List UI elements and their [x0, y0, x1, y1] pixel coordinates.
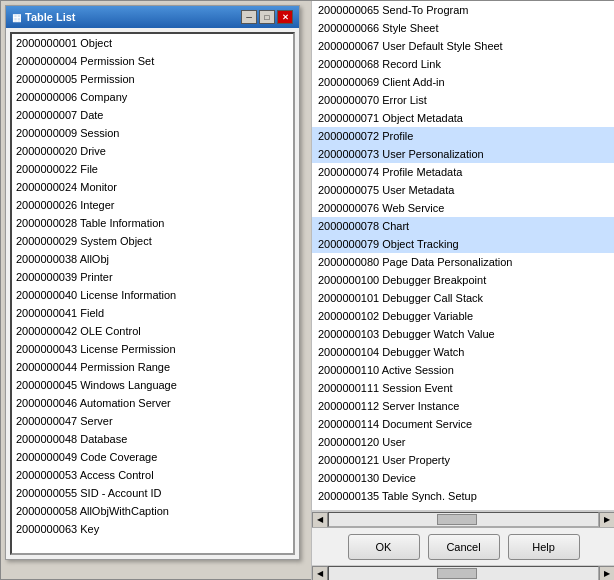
- main-list-item[interactable]: 2000000066 Style Sheet: [312, 19, 614, 37]
- button-bar: OK Cancel Help: [312, 527, 614, 565]
- minimize-button[interactable]: ─: [241, 10, 257, 24]
- main-list-item[interactable]: 2000000100 Debugger Breakpoint: [312, 271, 614, 289]
- table-icon: ▦: [12, 12, 21, 23]
- main-list-item[interactable]: 2000000072 Profile: [312, 127, 614, 145]
- main-list-item[interactable]: 2000000070 Error List: [312, 91, 614, 109]
- main-list-item[interactable]: 2000000067 User Default Style Sheet: [312, 37, 614, 55]
- main-list-item[interactable]: 2000000076 Web Service: [312, 199, 614, 217]
- table-list-item[interactable]: 2000000039 Printer: [12, 268, 293, 286]
- table-list-item[interactable]: 2000000020 Drive: [12, 142, 293, 160]
- table-list-scroll[interactable]: 2000000001 Object2000000004 Permission S…: [12, 34, 293, 553]
- main-list-item[interactable]: 2000000111 Session Event: [312, 379, 614, 397]
- scroll-thumb[interactable]: [437, 514, 477, 525]
- table-list-dialog: ▦ Table List ─ □ ✕ 2000000001 Object2000…: [5, 5, 300, 560]
- ok-button[interactable]: OK: [348, 534, 420, 560]
- main-panel: 2000000065 Send-To Program2000000066 Sty…: [311, 1, 614, 580]
- main-list-item[interactable]: 2000000079 Object Tracking: [312, 235, 614, 253]
- table-list-item[interactable]: 2000000049 Code Coverage: [12, 448, 293, 466]
- table-list-item[interactable]: 2000000055 SID - Account ID: [12, 484, 293, 502]
- main-horizontal-scrollbar[interactable]: ◀ ▶: [312, 511, 614, 527]
- table-list-item[interactable]: 2000000029 System Object: [12, 232, 293, 250]
- cancel-button[interactable]: Cancel: [428, 534, 500, 560]
- maximize-button[interactable]: □: [259, 10, 275, 24]
- scroll-left-arrow[interactable]: ◀: [312, 512, 328, 528]
- main-list-item[interactable]: 2000000114 Document Service: [312, 415, 614, 433]
- table-list-item[interactable]: 2000000001 Object: [12, 34, 293, 52]
- table-list-item[interactable]: 2000000009 Session: [12, 124, 293, 142]
- titlebar-buttons: ─ □ ✕: [241, 10, 293, 24]
- main-list-scroll[interactable]: 2000000065 Send-To Program2000000066 Sty…: [312, 1, 614, 510]
- main-list-item[interactable]: 2000000075 User Metadata: [312, 181, 614, 199]
- table-list-item[interactable]: 2000000024 Monitor: [12, 178, 293, 196]
- main-list-item[interactable]: 2000000078 Chart: [312, 217, 614, 235]
- main-list-item[interactable]: 2000000101 Debugger Call Stack: [312, 289, 614, 307]
- table-list-item[interactable]: 2000000006 Company: [12, 88, 293, 106]
- outer-scroll-left-arrow[interactable]: ◀: [312, 566, 328, 581]
- main-list-item[interactable]: 2000000071 Object Metadata: [312, 109, 614, 127]
- table-list-item[interactable]: 2000000045 Windows Language: [12, 376, 293, 394]
- main-list-item[interactable]: 2000000080 Page Data Personalization: [312, 253, 614, 271]
- table-list-item[interactable]: 2000000026 Integer: [12, 196, 293, 214]
- table-list-item[interactable]: 2000000048 Database: [12, 430, 293, 448]
- table-list-item[interactable]: 2000000005 Permission: [12, 70, 293, 88]
- dialog-titlebar[interactable]: ▦ Table List ─ □ ✕: [6, 6, 299, 28]
- main-list-item[interactable]: 2000000102 Debugger Variable: [312, 307, 614, 325]
- table-list-container: 2000000001 Object2000000004 Permission S…: [10, 32, 295, 555]
- table-list-item[interactable]: 2000000058 AllObjWithCaption: [12, 502, 293, 520]
- table-list-item[interactable]: 2000000063 Key: [12, 520, 293, 538]
- scroll-track[interactable]: [328, 512, 599, 527]
- main-list-item[interactable]: 2000000104 Debugger Watch: [312, 343, 614, 361]
- main-list-item[interactable]: 2000000103 Debugger Watch Value: [312, 325, 614, 343]
- table-list-item[interactable]: 2000000038 AllObj: [12, 250, 293, 268]
- table-list-item[interactable]: 2000000022 File: [12, 160, 293, 178]
- main-list-item[interactable]: 2000000069 Client Add-in: [312, 73, 614, 91]
- outer-scroll-thumb[interactable]: [437, 568, 477, 579]
- table-list-item[interactable]: 2000000004 Permission Set: [12, 52, 293, 70]
- table-list-item[interactable]: 2000000007 Date: [12, 106, 293, 124]
- main-list-container: 2000000065 Send-To Program2000000066 Sty…: [312, 1, 614, 511]
- outer-window: ▦ Table List ─ □ ✕ 2000000001 Object2000…: [0, 0, 614, 580]
- main-list-item[interactable]: 2000000121 User Property: [312, 451, 614, 469]
- close-button[interactable]: ✕: [277, 10, 293, 24]
- outer-scroll-track[interactable]: [328, 566, 599, 580]
- table-list-item[interactable]: 2000000043 License Permission: [12, 340, 293, 358]
- main-list-item[interactable]: 2000000120 User: [312, 433, 614, 451]
- table-list-item[interactable]: 2000000041 Field: [12, 304, 293, 322]
- table-list-item[interactable]: 2000000047 Server: [12, 412, 293, 430]
- main-list-item[interactable]: 2000000110 Active Session: [312, 361, 614, 379]
- main-list-item[interactable]: 2000000130 Device: [312, 469, 614, 487]
- scroll-right-arrow[interactable]: ▶: [599, 512, 614, 528]
- table-list-item[interactable]: 2000000046 Automation Server: [12, 394, 293, 412]
- outer-scroll-right-arrow[interactable]: ▶: [599, 566, 614, 581]
- outer-horizontal-scrollbar[interactable]: ◀ ▶: [312, 565, 614, 580]
- table-list-item[interactable]: 2000000040 License Information: [12, 286, 293, 304]
- table-list-item[interactable]: 2000000042 OLE Control: [12, 322, 293, 340]
- main-list-item[interactable]: 2000000074 Profile Metadata: [312, 163, 614, 181]
- dialog-content: 2000000001 Object2000000004 Permission S…: [6, 28, 299, 559]
- table-list-item[interactable]: 2000000044 Permission Range: [12, 358, 293, 376]
- main-list-item[interactable]: 2000000065 Send-To Program: [312, 1, 614, 19]
- help-button[interactable]: Help: [508, 534, 580, 560]
- main-list-item[interactable]: 2000000068 Record Link: [312, 55, 614, 73]
- table-list-item[interactable]: 2000000053 Access Control: [12, 466, 293, 484]
- table-list-item[interactable]: 2000000028 Table Information: [12, 214, 293, 232]
- main-list-item[interactable]: 2000000073 User Personalization: [312, 145, 614, 163]
- dialog-title: Table List: [25, 11, 241, 23]
- main-list-item[interactable]: 2000000112 Server Instance: [312, 397, 614, 415]
- main-list-item[interactable]: 2000000135 Table Synch. Setup: [312, 487, 614, 505]
